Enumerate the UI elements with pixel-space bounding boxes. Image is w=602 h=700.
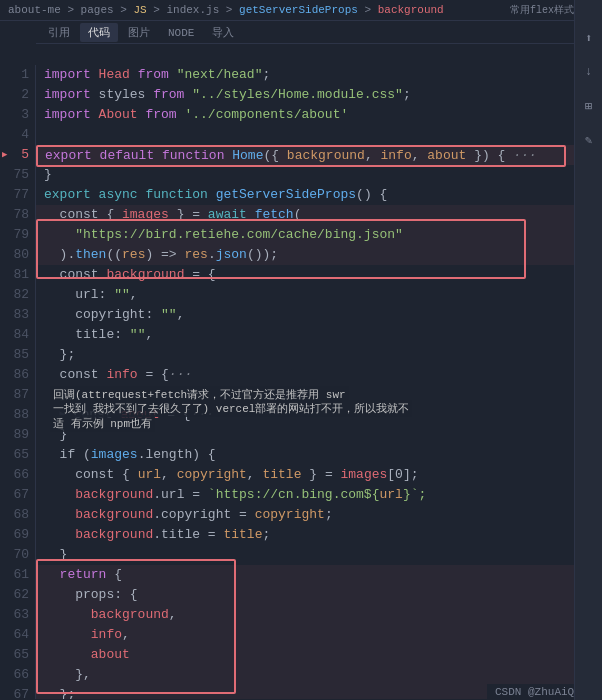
cm-ellipsis1: ··· bbox=[505, 146, 536, 166]
punc-80b: ) => bbox=[145, 245, 184, 265]
fn-json: json bbox=[216, 245, 247, 265]
str-67b: }`; bbox=[403, 485, 426, 505]
code-line-84: title: "" , bbox=[36, 325, 574, 345]
toolbar-icon-3[interactable]: ⊞ bbox=[581, 98, 597, 114]
kw-return: return bbox=[60, 565, 107, 585]
var-images: images bbox=[122, 205, 169, 225]
plain-67a bbox=[44, 485, 75, 505]
str-84: "" bbox=[130, 325, 146, 345]
code-line-67: background .url = `https://cn.bing.com${… bbox=[36, 485, 574, 505]
ln-84: 84 bbox=[0, 325, 35, 345]
punc-1: ; bbox=[262, 65, 270, 85]
ln-85: 85 bbox=[0, 345, 35, 365]
ln-92: 67 bbox=[0, 485, 35, 505]
var2-copyright66: copyright bbox=[177, 465, 247, 485]
punc-80c: . bbox=[208, 245, 216, 265]
kw-export-async: export async function bbox=[44, 185, 216, 205]
plain-80a: ). bbox=[44, 245, 75, 265]
breadcrumb-active: background bbox=[378, 4, 444, 16]
param-about: about bbox=[427, 146, 466, 166]
tab-导入[interactable]: 导入 bbox=[204, 23, 242, 42]
code-line-62: props: { bbox=[36, 585, 574, 605]
plain-const78: const { bbox=[44, 205, 122, 225]
punc-comma1: , bbox=[365, 146, 381, 166]
plain-68a bbox=[44, 505, 75, 525]
fn-getServerSideProps: getServerSideProps bbox=[216, 185, 356, 205]
var2-title66: title bbox=[262, 465, 301, 485]
var2-res: res bbox=[122, 245, 145, 265]
breadcrumb-bar: about-me > pages > JS > index.js > getSe… bbox=[0, 0, 602, 21]
ln-101: 66 bbox=[0, 665, 35, 685]
plain-86b: = { bbox=[138, 365, 169, 385]
plain-64a bbox=[44, 625, 91, 645]
tab-node[interactable]: NODE bbox=[160, 25, 202, 41]
punc-68b: ; bbox=[325, 505, 333, 525]
var-bg63: background bbox=[91, 605, 169, 625]
code-line-80: ). then (( res ) => res . json ()); bbox=[36, 245, 574, 265]
code-line-3: import About from '../components/about' bbox=[36, 105, 574, 125]
punc-brace2: }) { bbox=[466, 146, 505, 166]
var-about65: about bbox=[91, 645, 130, 665]
ln-77: 77 bbox=[0, 185, 35, 205]
code-line-79: "https://bird.retiehe.com/cache/bing.jso… bbox=[36, 225, 574, 245]
ln-1: 1 bbox=[0, 65, 35, 85]
punc-87: }; bbox=[44, 385, 75, 405]
ln-93: 68 bbox=[0, 505, 35, 525]
code-line-87: }; bbox=[36, 385, 574, 405]
str-about: '../components/about' bbox=[184, 105, 348, 125]
code-line-66: const { url , copyright , title } = imag… bbox=[36, 465, 574, 485]
tab-引用[interactable]: 引用 bbox=[40, 23, 78, 42]
fn-home: Home bbox=[232, 146, 263, 166]
var2-res2: res bbox=[184, 245, 207, 265]
ln-95: 70 bbox=[0, 545, 35, 565]
punc-69b: ; bbox=[262, 525, 270, 545]
fn-then: then bbox=[75, 245, 106, 265]
punc-66c: } = bbox=[301, 465, 340, 485]
toolbar-icon-2[interactable]: ↓ bbox=[581, 64, 597, 80]
plain-79a bbox=[44, 225, 75, 245]
code-line-65b: about bbox=[36, 645, 574, 665]
var-bg81: background bbox=[106, 265, 184, 285]
code-line-68: background .copyright = copyright ; bbox=[36, 505, 574, 525]
tab-代码[interactable]: 代码 bbox=[80, 23, 118, 42]
ln-86: 86 bbox=[0, 365, 35, 385]
fn-images65: images bbox=[91, 445, 138, 465]
plain-66ba: }, bbox=[44, 665, 91, 685]
punc-80a: (( bbox=[106, 245, 122, 265]
var2-url67: url bbox=[379, 485, 402, 505]
ln-2: 2 bbox=[0, 85, 35, 105]
fold-icon[interactable]: ▶ bbox=[60, 405, 72, 425]
punc-68a: .copyright = bbox=[153, 505, 254, 525]
toolbar-icon-4[interactable]: ✎ bbox=[581, 132, 597, 148]
line-numbers: 1 2 3 4 5 75 77 78 79 80 81 82 83 84 85 … bbox=[0, 65, 36, 699]
plain-89a: } bbox=[44, 425, 67, 445]
code-line-61: return { bbox=[36, 565, 574, 585]
code-line-1: import Head from "next/head" ; bbox=[36, 65, 574, 85]
ln-83: 83 bbox=[0, 305, 35, 325]
plain-84a: title: bbox=[44, 325, 130, 345]
var-head: Head bbox=[99, 65, 130, 85]
plain-63a bbox=[44, 605, 91, 625]
plain-88b: const bbox=[74, 405, 121, 425]
tab-图片[interactable]: 图片 bbox=[120, 23, 158, 42]
ln-82: 82 bbox=[0, 285, 35, 305]
var-info64: info bbox=[91, 625, 122, 645]
var-styles: styles bbox=[99, 85, 154, 105]
str-82: "" bbox=[114, 285, 130, 305]
punc-67a: .url = bbox=[153, 485, 208, 505]
kw-await: await bbox=[208, 205, 255, 225]
kw-import3: import bbox=[44, 105, 99, 125]
punc-fn77: () { bbox=[356, 185, 387, 205]
toolbar-icon-1[interactable]: ⬆ bbox=[581, 30, 597, 46]
punc-66a: , bbox=[161, 465, 177, 485]
plain-88c: = { bbox=[159, 405, 190, 425]
ln-98: 63 bbox=[0, 605, 35, 625]
punc-brace1: ({ bbox=[263, 146, 286, 166]
code-line-70: } bbox=[36, 545, 574, 565]
code-line-78: const { images } = await fetch ( bbox=[36, 205, 574, 225]
punc-65a: .length) { bbox=[138, 445, 216, 465]
punc-61a: { bbox=[106, 565, 122, 585]
punc-80d: ()); bbox=[247, 245, 278, 265]
kw-export: export default function bbox=[45, 146, 232, 166]
code-line-63: background , bbox=[36, 605, 574, 625]
